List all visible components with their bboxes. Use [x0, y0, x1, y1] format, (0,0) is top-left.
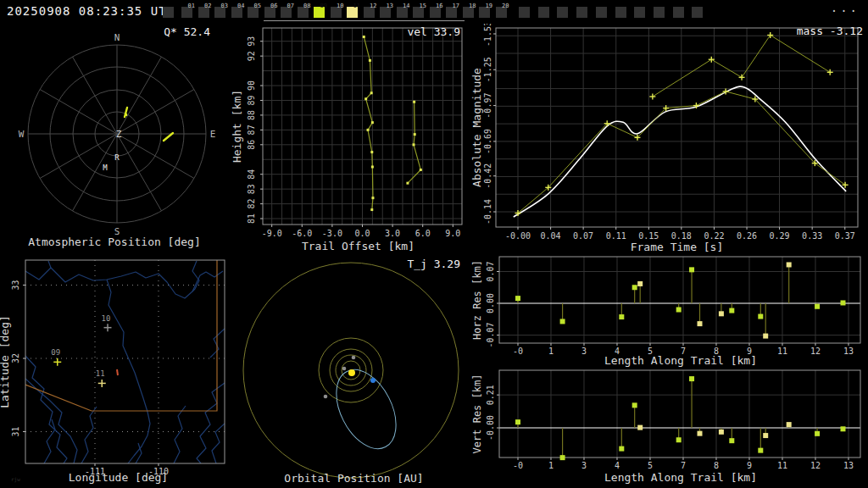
frame-box-extra[interactable]	[634, 7, 645, 18]
data-marker	[371, 121, 374, 124]
frame-box-extra[interactable]	[596, 7, 607, 18]
frame-number-label: 07	[287, 3, 294, 9]
vert-res-frame	[499, 370, 860, 458]
ground-map-panel: 091011-111-110313233Latitude [deg] Longi…	[0, 254, 237, 488]
y-tick-label: 93	[247, 36, 256, 47]
vert-res-xlabel: Length Along Trail [km]	[501, 471, 860, 484]
y-tick-label: 84	[247, 169, 256, 180]
data-marker	[363, 36, 365, 38]
frame-number-label: 19	[486, 3, 492, 9]
sun-dot	[348, 369, 355, 376]
data-marker	[370, 92, 373, 94]
frame-box-14[interactable]: 14	[397, 7, 408, 18]
data-marker	[413, 143, 415, 146]
frame-box-13[interactable]: 13	[380, 7, 391, 18]
y-tick-label: -0.14	[483, 199, 492, 225]
residual-marker	[758, 448, 763, 453]
atmospheric-position-title: Atmospheric Position [deg]	[0, 236, 229, 248]
frame-box-leading[interactable]	[163, 7, 174, 18]
y-tick-label: 0.21	[486, 385, 495, 405]
frame-box-10[interactable]: 10	[331, 7, 342, 18]
latitude-axis-label: Latitude [deg]	[0, 315, 11, 408]
y-tick-label: 33	[11, 280, 20, 290]
frame-box-15[interactable]: 15	[413, 7, 424, 18]
frame-box-extra[interactable]	[654, 7, 665, 18]
gridlines	[496, 28, 858, 227]
plot-frame	[496, 28, 858, 227]
orbital-position-plot	[237, 254, 470, 488]
zenith-label: Z	[116, 129, 122, 140]
frame-strip: 0102030405060708091011121314151617181920	[157, 0, 750, 24]
frame-box-extra[interactable]	[576, 7, 587, 18]
river	[107, 280, 150, 463]
x-tick-label: 0.22	[704, 231, 724, 241]
horz-res-axis-label: Horz Res [km]	[471, 260, 483, 340]
data-marker	[414, 133, 416, 136]
y-tick-label: 90	[247, 80, 256, 91]
y-tick-label: 81	[247, 214, 256, 224]
horz-res-xlabel: Length Along Trail [km]	[501, 354, 860, 367]
frame-number-label: 02	[204, 3, 211, 9]
frame-box-18[interactable]: 18	[463, 7, 474, 18]
frame-number-label: 20	[502, 3, 509, 9]
frame-box-07[interactable]: 07	[281, 7, 292, 18]
y-tick-label: -0.42	[483, 164, 492, 189]
frame-box-19[interactable]: 19	[479, 7, 490, 18]
residual-marker	[697, 431, 702, 436]
residuals-plot: -013457891112130.070.00-0.07Horz Res [km…	[470, 254, 868, 488]
residual-marker	[619, 314, 624, 319]
frame-box-04[interactable]: 04	[231, 7, 242, 18]
vert-res-markers	[515, 376, 845, 460]
residual-marker	[758, 314, 763, 319]
frame-number-label: 17	[453, 3, 459, 9]
data-marker	[370, 151, 373, 153]
frame-box-extra[interactable]	[615, 7, 626, 18]
frame-box-11[interactable]: 11	[347, 7, 358, 18]
frame-box-extra[interactable]	[673, 7, 684, 18]
frame-box-01[interactable]: 01	[181, 7, 192, 18]
x-tick-label: 0.26	[737, 231, 757, 241]
frame-box-03[interactable]: 03	[214, 7, 225, 18]
y-tick-label: 82	[247, 199, 256, 209]
frame-box-extra[interactable]	[519, 7, 530, 18]
frame-box-02[interactable]: 02	[198, 7, 209, 18]
frame-number-label: 13	[387, 3, 393, 9]
stations: 091011	[51, 314, 111, 387]
overflow-menu-button[interactable]: ...	[831, 1, 860, 14]
frame-box-08[interactable]: 08	[298, 7, 309, 18]
river	[212, 424, 225, 463]
height-axis-label: Height [km]	[231, 90, 243, 163]
frame-box-16[interactable]: 16	[430, 7, 441, 18]
frame-box-05[interactable]: 05	[248, 7, 259, 18]
frame-box-extra[interactable]	[692, 7, 703, 18]
atmospheric-position-plot: NSEWZRM	[0, 24, 229, 254]
x-tick-label: 12	[810, 461, 821, 470]
frame-box-extra[interactable]	[557, 7, 568, 18]
residuals-panel: -013457891112130.070.00-0.07Horz Res [km…	[470, 254, 868, 488]
y-tick-label: -0.07	[486, 322, 495, 347]
residual-marker	[815, 431, 820, 436]
residual-marker	[515, 419, 520, 424]
gridlines	[263, 28, 462, 225]
frame-box-12[interactable]: 12	[364, 7, 375, 18]
residual-marker	[676, 307, 682, 312]
frame-box-06[interactable]: 06	[264, 7, 275, 18]
x-tick-label: 6.0	[415, 229, 431, 238]
x-tick-label: 9	[747, 461, 752, 470]
data-marker	[364, 97, 367, 100]
river	[48, 261, 51, 268]
y-tick-label: -0.97	[483, 93, 492, 119]
frame-number-label: 18	[469, 3, 476, 9]
residual-marker	[637, 425, 643, 430]
frame-box-20[interactable]: 20	[496, 7, 507, 18]
station-label-09: 09	[51, 348, 60, 357]
residual-marker	[729, 438, 734, 443]
frame-box-09[interactable]: 09	[314, 7, 325, 18]
x-tick-label: 0.15	[638, 231, 659, 241]
frame-box-17[interactable]: 17	[446, 7, 457, 18]
frame-box-extra[interactable]	[538, 7, 549, 18]
compass-west-label: W	[19, 129, 25, 140]
vert-res-axis-label: Vert Res [km]	[471, 374, 483, 454]
residual-marker	[787, 422, 792, 427]
river	[197, 383, 225, 463]
